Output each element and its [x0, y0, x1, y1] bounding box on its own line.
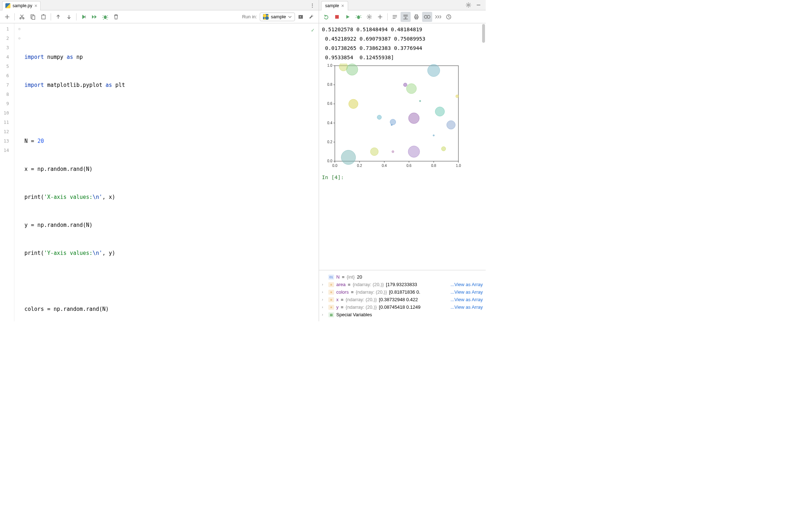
copy-button[interactable]	[28, 12, 38, 22]
var-eq: =	[341, 297, 344, 302]
run-all-button[interactable]	[89, 12, 100, 22]
svg-text:0.4: 0.4	[327, 121, 332, 125]
minimize-button[interactable]	[473, 0, 484, 10]
int-icon: 01	[328, 275, 334, 280]
var-val: [0.38732948 0.422	[379, 297, 418, 302]
var-name: N	[336, 274, 339, 280]
kw: import	[24, 54, 44, 60]
view-array-link[interactable]: ...View as Array	[450, 304, 483, 310]
svg-point-44	[346, 64, 358, 75]
svg-point-46	[349, 99, 358, 108]
var-eq: =	[348, 282, 351, 287]
var-row-x[interactable]: › ≡ x = {ndarray: (20,)} [0.38732948 0.4…	[321, 296, 484, 303]
cut-button[interactable]	[17, 12, 27, 22]
svg-text:0.0: 0.0	[327, 159, 332, 163]
debug-cell-button[interactable]	[100, 12, 110, 22]
editor-tab-bar: sample.py × ⋮	[0, 0, 319, 10]
num: 20	[37, 138, 44, 144]
chevron-right-icon[interactable]: ›	[322, 283, 326, 286]
print-button[interactable]	[411, 12, 421, 22]
console-tab-label: sample	[325, 3, 339, 8]
console-more-button[interactable]	[433, 12, 443, 22]
svg-point-53	[406, 84, 416, 94]
history-button[interactable]	[444, 12, 454, 22]
svg-text:0.2: 0.2	[327, 140, 332, 144]
move-down-button[interactable]	[64, 12, 74, 22]
var-row-colors[interactable]: › ≡ colors = {ndarray: (20,)} [0.8187183…	[321, 288, 484, 296]
code: print(	[24, 250, 44, 256]
run-cell-button[interactable]	[79, 12, 89, 22]
scroll-end-button[interactable]	[401, 12, 411, 22]
view-array-link[interactable]: ...View as Array	[450, 297, 483, 302]
rerun-button[interactable]	[321, 12, 331, 22]
execute-button[interactable]	[296, 12, 306, 22]
python-file-icon	[5, 3, 10, 8]
debug-button[interactable]	[354, 12, 364, 22]
svg-point-59	[435, 107, 444, 116]
wrench-button[interactable]	[306, 12, 316, 22]
var-row-y[interactable]: › ≡ y = {ndarray: (20,)} [0.08745418 0.1…	[321, 303, 484, 311]
output-line: 0.01738265 0.73862383 0.3776944	[322, 43, 483, 53]
svg-point-51	[392, 150, 394, 153]
show-vars-button[interactable]	[422, 12, 432, 22]
var-row-area[interactable]: › ≡ area = {ndarray: (20,)} [179.9323383…	[321, 281, 484, 288]
stop-button[interactable]	[332, 12, 342, 22]
scatter-plot: 0.00.20.40.60.81.00.00.20.40.60.81.0	[322, 64, 461, 169]
add-button[interactable]	[375, 12, 385, 22]
run-button[interactable]	[343, 12, 353, 22]
chevron-right-icon[interactable]: ›	[322, 298, 326, 302]
chevron-right-icon[interactable]: ›	[322, 290, 326, 294]
editor-tab[interactable]: sample.py ×	[2, 1, 41, 10]
python-icon	[263, 14, 269, 20]
kw: import	[24, 82, 44, 88]
console-output[interactable]: 0.51202578 0.51848494 0.48184819 0.45218…	[319, 23, 486, 270]
svg-point-16	[427, 15, 430, 18]
settings-button[interactable]	[364, 12, 374, 22]
close-icon[interactable]: ×	[34, 3, 37, 9]
runin-label: Run in:	[242, 14, 257, 19]
view-array-link[interactable]: ...View as Array	[450, 289, 483, 295]
id: plt	[115, 82, 125, 88]
view-array-link[interactable]: ...View as Array	[450, 282, 483, 287]
id: np	[77, 54, 83, 60]
var-type: {ndarray: (20,)}	[353, 282, 384, 287]
console-tab-bar: sample ×	[319, 0, 486, 10]
code: print(	[24, 194, 44, 200]
var-val: [0.08745418 0.1249	[379, 304, 421, 310]
close-icon[interactable]: ×	[341, 3, 344, 9]
variables-panel: 01 N = {int} 20 › ≡ area = {ndarray: (20…	[319, 270, 486, 321]
editor-body[interactable]: 1234567891011121314 ⊖⊖ ✓ import numpy as…	[0, 23, 319, 321]
var-row-n[interactable]: 01 N = {int} 20	[321, 273, 484, 281]
add-cell-button[interactable]	[2, 12, 12, 22]
svg-rect-14	[415, 18, 417, 19]
array-icon: ≡	[328, 282, 334, 287]
code: N =	[24, 138, 37, 144]
code: x = np.random.rand(N)	[24, 166, 93, 172]
move-up-button[interactable]	[53, 12, 63, 22]
var-val: [179.93233833	[386, 282, 417, 287]
inspection-ok-icon: ✓	[311, 25, 314, 35]
var-type: {ndarray: (20,)}	[356, 289, 387, 295]
output-line: 0.45218922 0.69079387 0.75089953	[322, 34, 483, 43]
svg-rect-9	[335, 15, 339, 19]
tab-overflow-button[interactable]: ⋮	[306, 1, 319, 9]
code-area[interactable]: ✓ import numpy as np import matplotlib.p…	[24, 23, 319, 321]
var-row-special[interactable]: › ▦ Special Variables	[321, 311, 484, 318]
console-prompt[interactable]: In [4]:	[322, 173, 483, 182]
chevron-right-icon[interactable]: ›	[322, 305, 326, 309]
runin-select[interactable]: sample	[260, 13, 295, 21]
chevron-right-icon[interactable]: ›	[322, 313, 326, 317]
gutter: 1234567891011121314	[0, 23, 14, 321]
svg-rect-5	[43, 14, 44, 15]
svg-text:0.6: 0.6	[406, 164, 411, 168]
delete-button[interactable]	[111, 12, 121, 22]
fold-column: ⊖⊖	[14, 23, 24, 321]
svg-point-47	[370, 148, 378, 155]
settings-icon[interactable]	[463, 0, 473, 10]
svg-point-54	[408, 113, 419, 123]
code: , x)	[102, 194, 115, 200]
paste-button[interactable]	[38, 12, 48, 22]
console-tab[interactable]: sample ×	[321, 1, 348, 10]
soft-wrap-button[interactable]	[390, 12, 400, 22]
scrollbar[interactable]	[482, 24, 485, 43]
